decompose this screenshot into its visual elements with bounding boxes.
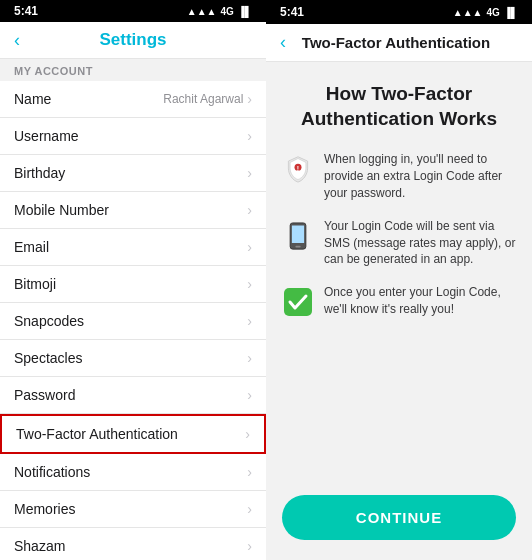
menu-item-label: Spectacles <box>14 350 82 366</box>
right-status-icons: ▲▲▲ 4G ▐▌ <box>453 7 518 18</box>
menu-item-snapcodes[interactable]: Snapcodes› <box>0 303 266 340</box>
svg-text:!: ! <box>297 165 299 172</box>
svg-rect-4 <box>295 245 300 247</box>
menu-item-email[interactable]: Email› <box>0 229 266 266</box>
feature-item-verify: Once you enter your Login Code, we'll kn… <box>282 284 516 318</box>
left-panel: 5:41 ▲▲▲ 4G ▐▌ ‹ Settings MY ACCOUNT Nam… <box>0 0 266 560</box>
continue-button-container: CONTINUE <box>266 495 532 560</box>
network-label: 4G <box>220 6 233 17</box>
chevron-right-icon: › <box>247 387 252 403</box>
chevron-right-icon: › <box>247 91 252 107</box>
menu-item-notifications[interactable]: Notifications› <box>0 454 266 491</box>
section-my-account: MY ACCOUNT <box>0 59 266 81</box>
feature-item-login-code: ! When logging in, you'll need to provid… <box>282 151 516 201</box>
menu-item-label: Birthday <box>14 165 65 181</box>
battery-icon: ▐▌ <box>238 6 252 17</box>
left-status-bar: 5:41 ▲▲▲ 4G ▐▌ <box>0 0 266 22</box>
menu-item-label: Username <box>14 128 79 144</box>
right-signal-icon: ▲▲▲ <box>453 7 483 18</box>
right-content: How Two-Factor Authentication Works ! Wh… <box>266 62 532 495</box>
menu-item-label: Memories <box>14 501 75 517</box>
feature-item-sms: Your Login Code will be sent via SMS (me… <box>282 218 516 268</box>
right-page-title: Two-Factor Authentication <box>294 34 498 51</box>
continue-button[interactable]: CONTINUE <box>282 495 516 540</box>
left-page-title: Settings <box>99 30 166 50</box>
right-status-bar: 5:41 ▲▲▲ 4G ▐▌ <box>266 0 532 24</box>
chevron-right-icon: › <box>247 165 252 181</box>
left-status-icons: ▲▲▲ 4G ▐▌ <box>187 6 252 17</box>
chevron-right-icon: › <box>247 202 252 218</box>
menu-item-mobile-number[interactable]: Mobile Number› <box>0 192 266 229</box>
menu-item-label: Mobile Number <box>14 202 109 218</box>
main-title: How Two-Factor Authentication Works <box>282 82 516 131</box>
menu-item-memories[interactable]: Memories› <box>0 491 266 528</box>
svg-rect-3 <box>292 225 304 243</box>
menu-item-label: Notifications <box>14 464 90 480</box>
menu-item-name[interactable]: NameRachit Agarwal› <box>0 81 266 118</box>
phone-icon <box>282 220 314 252</box>
left-time: 5:41 <box>14 4 38 18</box>
feature-text-login-code: When logging in, you'll need to provide … <box>324 151 516 201</box>
chevron-right-icon: › <box>247 464 252 480</box>
menu-item-label: Shazam <box>14 538 65 554</box>
svg-rect-5 <box>284 288 312 316</box>
chevron-right-icon: › <box>247 350 252 366</box>
menu-item-label: Email <box>14 239 49 255</box>
right-battery-icon: ▐▌ <box>504 7 518 18</box>
menu-item-password[interactable]: Password› <box>0 377 266 414</box>
right-header: ‹ Two-Factor Authentication <box>266 24 532 62</box>
menu-item-bitmoji[interactable]: Bitmoji› <box>0 266 266 303</box>
menu-item-spectacles[interactable]: Spectacles› <box>0 340 266 377</box>
menu-item-shazam[interactable]: Shazam› <box>0 528 266 560</box>
chevron-right-icon: › <box>247 538 252 554</box>
menu-item-birthday[interactable]: Birthday› <box>0 155 266 192</box>
right-panel: 5:41 ▲▲▲ 4G ▐▌ ‹ Two-Factor Authenticati… <box>266 0 532 560</box>
left-header: ‹ Settings <box>0 22 266 59</box>
right-network-label: 4G <box>486 7 499 18</box>
chevron-right-icon: › <box>247 501 252 517</box>
feature-text-verify: Once you enter your Login Code, we'll kn… <box>324 284 516 318</box>
chevron-right-icon: › <box>247 313 252 329</box>
feature-text-sms: Your Login Code will be sent via SMS (me… <box>324 218 516 268</box>
chevron-right-icon: › <box>247 239 252 255</box>
right-time: 5:41 <box>280 5 304 19</box>
menu-item-two-factor-authentication[interactable]: Two-Factor Authentication› <box>0 414 266 454</box>
menu-items-list: NameRachit Agarwal›Username›Birthday›Mob… <box>0 81 266 560</box>
signal-icon: ▲▲▲ <box>187 6 217 17</box>
menu-item-label: Snapcodes <box>14 313 84 329</box>
chevron-right-icon: › <box>245 426 250 442</box>
chevron-right-icon: › <box>247 128 252 144</box>
right-back-arrow[interactable]: ‹ <box>280 32 286 53</box>
chevron-right-icon: › <box>247 276 252 292</box>
menu-item-username[interactable]: Username› <box>0 118 266 155</box>
menu-item-label: Bitmoji <box>14 276 56 292</box>
menu-item-value: Rachit Agarwal <box>163 92 243 106</box>
left-back-arrow[interactable]: ‹ <box>14 30 20 51</box>
menu-item-label: Two-Factor Authentication <box>16 426 178 442</box>
menu-item-label: Name <box>14 91 51 107</box>
shield-icon: ! <box>282 153 314 185</box>
check-icon <box>282 286 314 318</box>
menu-item-label: Password <box>14 387 75 403</box>
